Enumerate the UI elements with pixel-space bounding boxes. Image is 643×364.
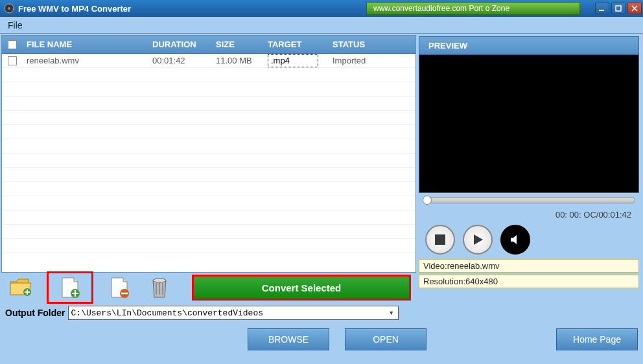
res-value: 640x480 [465,277,498,286]
stop-button[interactable] [425,225,455,255]
add-folder-button[interactable] [6,275,35,300]
open-button[interactable]: OPEN [345,328,427,350]
video-label: Video: [423,261,447,271]
table-header: FILE NAME DURATION SIZE TARGET STATUS [2,36,415,54]
right-panel: PREVIEW 00: 00: OC/00:01:42 Video:reneel… [416,35,642,302]
output-row: Output Folder C:\Users\LIn\Documents\con… [0,304,643,322]
svg-rect-2 [599,10,604,11]
volume-button[interactable] [500,225,530,255]
file-table: FILE NAME DURATION SIZE TARGET STATUS re… [1,35,416,273]
table-row-empty [2,196,415,210]
home-page-button[interactable]: Home Page [556,328,638,350]
seekbar-row [419,193,639,207]
table-row[interactable]: reneelab.wmv 00:01:42 11.00 MB .mp4 Impo… [2,54,415,68]
bottom-buttons: BROWSE OPEN Home Page [0,322,643,357]
app-title: Free WMV to MP4 Converter [18,4,131,14]
delete-button[interactable] [145,275,174,300]
table-row-empty [2,82,415,97]
output-folder-label: Output Folder [5,308,65,318]
svg-point-1 [8,7,10,10]
table-row-empty [2,68,415,82]
svg-rect-8 [435,234,445,245]
time-display: 00: 00: OC/00:01:42 [419,207,639,222]
preview-header: PREVIEW [419,36,639,54]
svg-rect-3 [616,6,621,11]
seek-thumb[interactable] [423,196,432,205]
browse-button[interactable]: BROWSE [248,328,329,350]
main-area: FILE NAME DURATION SIZE TARGET STATUS re… [0,34,643,304]
remove-file-button[interactable] [105,275,134,300]
col-target[interactable]: TARGET [268,40,333,49]
app-icon [4,3,14,14]
table-row-empty [2,97,415,111]
cell-filename: reneelab.wmv [23,56,152,65]
cell-size: 11.00 MB [216,56,268,65]
minimize-button[interactable] [595,3,609,14]
left-panel: FILE NAME DURATION SIZE TARGET STATUS re… [1,35,416,302]
col-size[interactable]: SIZE [216,40,268,49]
table-row-empty [2,168,415,182]
toolbar: Convert Selected [1,273,416,302]
menubar: File [0,17,643,34]
window-controls [595,3,642,14]
cell-status: Imported [333,56,404,65]
col-duration[interactable]: DURATION [152,40,216,49]
output-path-text: C:\Users\LIn\Documents\convertedVideos [71,308,263,318]
target-format-select[interactable]: .mp4 [268,54,318,67]
convert-selected-button[interactable]: Convert Selected [192,275,411,301]
res-label: Resolution: [423,277,465,286]
col-status[interactable]: STATUS [333,40,404,49]
table-body: reneelab.wmv 00:01:42 11.00 MB .mp4 Impo… [2,54,415,272]
video-value: reneelab.wmv [447,261,500,271]
info-resolution: Resolution:640x480 [419,275,639,288]
titlebar: Free WMV to MP4 Converter www.convertaud… [0,0,643,17]
maximize-button[interactable] [611,3,625,14]
table-row-empty [2,125,415,139]
close-button[interactable] [627,3,642,14]
add-file-button[interactable] [47,271,93,304]
table-row-empty [2,111,415,125]
table-row-empty [2,154,415,168]
output-folder-field[interactable]: C:\Users\LIn\Documents\convertedVideos ▾ [68,306,399,320]
preview-video[interactable] [419,54,639,193]
chevron-down-icon[interactable]: ▾ [389,308,394,318]
table-row-empty [2,139,415,154]
svg-point-7 [153,279,166,282]
select-all-checkbox[interactable] [8,40,17,49]
table-row-empty [2,210,415,225]
menu-file[interactable]: File [0,20,30,30]
play-button[interactable] [463,225,493,255]
table-row-empty [2,182,415,196]
info-video: Video:reneelab.wmv [419,259,639,273]
col-name[interactable]: FILE NAME [23,40,152,49]
play-controls [419,222,639,257]
table-row-empty [2,239,415,253]
cell-duration: 00:01:42 [152,56,216,65]
table-row-empty [2,225,415,239]
row-checkbox[interactable] [8,56,17,65]
seekbar[interactable] [423,197,635,203]
promo-banner[interactable]: www.convertaudiofree.com Port o Zone [366,2,580,15]
